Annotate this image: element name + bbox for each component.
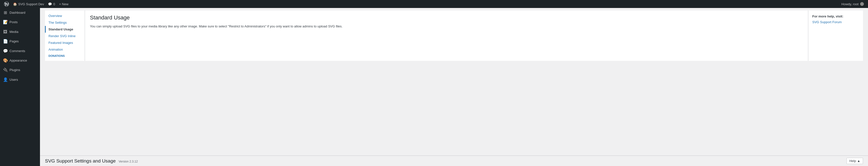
subnav-featured-images-label: Featured Images [49,41,73,45]
subnav-item-the-settings[interactable]: The Settings [45,19,85,26]
plugin-subnav: Overview The Settings Standard Usage Ren… [45,10,85,61]
media-icon: 🖼 [3,29,7,35]
appearance-icon: 🎨 [3,58,7,63]
subnav-item-overview[interactable]: Overview [45,12,85,19]
sidebar-item-comments[interactable]: 💬 Comments [0,46,40,56]
subnav-render-svg-inline-label: Render SVG Inline [49,34,75,38]
wp-body: Overview The Settings Standard Usage Ren… [40,8,868,166]
subnav-the-settings-label: The Settings [49,21,67,25]
plugin-page-wrapper: Overview The Settings Standard Usage Ren… [45,10,863,61]
wp-body-content: Overview The Settings Standard Usage Ren… [40,8,868,156]
footer-title-wrapper: SVG Support Settings and Usage Version 2… [45,158,138,164]
plugins-icon: 🔌 [3,67,7,73]
howdy-label: Howdy, root [841,2,859,6]
new-label: + New [59,2,68,6]
subnav-item-standard-usage[interactable]: Standard Usage [45,26,85,33]
content-title: Standard Usage [90,14,803,21]
admin-layout: ⊞ Dashboard 📝 Posts 🖼 Media 📄 Pages 💬 Co… [0,8,868,166]
subnav-item-animation[interactable]: Animation [45,46,85,53]
sidebar-item-label-users: Users [9,78,18,82]
admin-sidebar: ⊞ Dashboard 📝 Posts 🖼 Media 📄 Pages 💬 Co… [0,8,40,166]
wp-logo-icon [4,1,9,6]
svg-support-forum-link[interactable]: SVG Support Forum [812,20,842,24]
users-icon: 👤 [3,77,7,83]
sidebar-item-media[interactable]: 🖼 Media [0,27,40,37]
pages-icon: 📄 [3,39,7,44]
right-sidebar-title: For more help, visit: [812,14,859,18]
footer-version: Version 2.3.12 [119,160,138,163]
sidebar-item-label-plugins: Plugins [9,68,20,72]
dashboard-icon: ⊞ [3,10,7,15]
sidebar-item-label-pages: Pages [9,39,19,44]
plugin-right-sidebar: For more help, visit: SVG Support Forum [808,10,863,61]
sidebar-item-label-dashboard: Dashboard [9,10,26,15]
home-icon: 🏠 [13,2,17,6]
sidebar-item-pages[interactable]: 📄 Pages [0,37,40,46]
subnav-donations-label: DONATIONS [49,54,65,57]
comments-count: 0 [53,2,55,6]
sidebar-item-dashboard[interactable]: ⊞ Dashboard [0,8,40,17]
site-name-label: SVG Support Dev [18,2,44,6]
sidebar-item-label-media: Media [9,30,18,34]
howdy-section: Howdy, root [839,2,866,6]
footer-title: SVG Support Settings and Usage [45,158,116,164]
help-label: Help [849,159,856,163]
sidebar-item-label-comments: Comments [9,49,25,53]
comments-button[interactable]: 💬 0 [46,0,57,8]
comments-menu-icon: 💬 [3,48,7,54]
sidebar-item-label-appearance: Appearance [9,58,27,63]
content-body: You can simply upload SVG files to your … [90,24,803,29]
subnav-animation-label: Animation [49,48,63,51]
plugin-main-content: Standard Usage You can simply upload SVG… [85,10,808,61]
comments-icon: 💬 [48,2,52,6]
admin-bar: 🏠 SVG Support Dev 💬 0 + New Howdy, root [0,0,868,8]
subnav-item-featured-images[interactable]: Featured Images [45,39,85,46]
subnav-overview-label: Overview [49,14,62,18]
avatar [860,2,864,6]
subnav-standard-usage-label: Standard Usage [49,28,73,31]
site-name-button[interactable]: 🏠 SVG Support Dev [11,0,46,8]
sidebar-item-users[interactable]: 👤 Users [0,75,40,84]
sidebar-item-appearance[interactable]: 🎨 Appearance [0,56,40,65]
sidebar-item-plugins[interactable]: 🔌 Plugins [0,65,40,75]
posts-icon: 📝 [3,19,7,25]
sidebar-item-posts[interactable]: 📝 Posts [0,17,40,27]
wp-footer: SVG Support Settings and Usage Version 2… [40,156,868,166]
wp-logo-button[interactable] [2,0,11,8]
new-content-button[interactable]: + New [57,0,70,8]
subnav-item-donations[interactable]: DONATIONS [45,53,85,59]
sidebar-item-label-posts: Posts [9,20,18,25]
help-arrow-icon: ▲ [857,159,860,163]
help-button[interactable]: Help ▲ [846,158,863,164]
subnav-item-render-svg-inline[interactable]: Render SVG Inline [45,33,85,39]
